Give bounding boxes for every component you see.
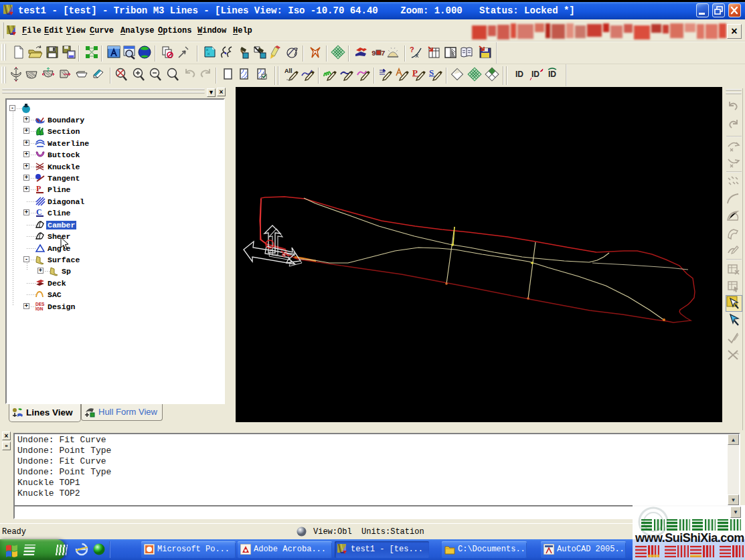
svg-text:DES: DES	[35, 302, 45, 306]
svg-text:ID: ID	[515, 70, 523, 79]
svg-text:P: P	[36, 184, 41, 193]
svg-text:ID: ID	[548, 70, 556, 79]
svg-text:?: ?	[410, 45, 414, 54]
svg-text:ID: ID	[531, 70, 540, 79]
svg-text:IGN: IGN	[35, 306, 44, 311]
svg-text:9: 9	[371, 50, 376, 58]
svg-text:C: C	[36, 207, 42, 217]
svg-text:All: All	[284, 68, 293, 74]
